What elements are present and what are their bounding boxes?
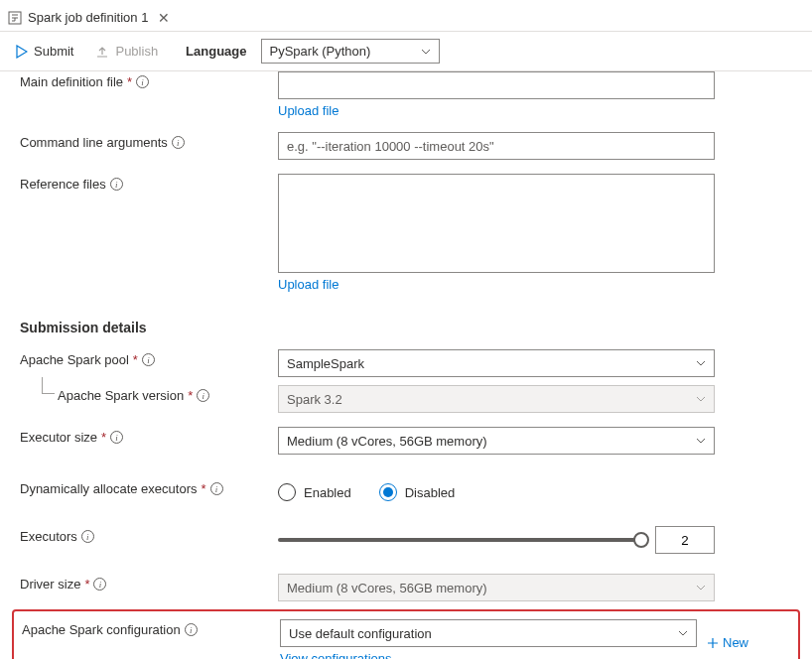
chevron-down-icon: [696, 438, 706, 444]
required-asterisk: *: [127, 74, 132, 89]
info-icon[interactable]: i: [81, 530, 94, 543]
slider-thumb-icon[interactable]: [633, 532, 649, 548]
info-icon[interactable]: i: [172, 136, 185, 149]
upload-main-def-link[interactable]: Upload file: [278, 103, 715, 118]
chevron-down-icon: [696, 585, 706, 591]
driver-size-select: Medium (8 vCores, 56GB memory): [278, 574, 715, 601]
info-icon[interactable]: i: [93, 578, 106, 591]
upload-icon: [95, 45, 109, 59]
form-content: Main definition file * i Upload file Com…: [0, 71, 812, 659]
ref-files-textarea[interactable]: [278, 174, 715, 273]
new-config-button[interactable]: New: [707, 635, 748, 650]
exec-size-label: Executor size: [20, 430, 97, 445]
info-icon[interactable]: i: [136, 75, 149, 88]
info-icon[interactable]: i: [210, 482, 223, 495]
radio-circle-icon: [379, 483, 397, 501]
spark-version-value: Spark 3.2: [287, 392, 342, 407]
chevron-down-icon: [678, 630, 688, 636]
executors-label: Executors: [20, 529, 77, 544]
exec-size-select[interactable]: Medium (8 vCores, 56GB memory): [278, 427, 715, 455]
executors-slider[interactable]: [278, 538, 641, 542]
spark-pool-value: SampleSpark: [287, 356, 364, 371]
submit-button[interactable]: Submit: [12, 42, 77, 61]
required-asterisk: *: [101, 430, 106, 445]
required-asterisk: *: [84, 577, 89, 592]
spark-config-highlight: Apache Spark configuration i Use default…: [12, 609, 800, 659]
info-icon[interactable]: i: [197, 389, 209, 402]
language-label: Language: [186, 44, 246, 59]
tab-bar: Spark job definition 1 ✕: [0, 0, 812, 32]
toolbar: Submit Publish Language PySpark (Python): [0, 32, 812, 71]
driver-size-label: Driver size: [20, 577, 80, 592]
exec-size-value: Medium (8 vCores, 56GB memory): [287, 434, 487, 449]
info-icon[interactable]: i: [110, 431, 123, 444]
chevron-down-icon: [696, 396, 706, 402]
spark-pool-select[interactable]: SampleSpark: [278, 349, 715, 377]
submit-label: Submit: [34, 44, 73, 59]
play-icon: [16, 45, 28, 59]
cmd-args-label: Command line arguments: [20, 135, 168, 150]
radio-circle-icon: [278, 483, 296, 501]
dyn-alloc-label: Dynamically allocate executors: [20, 481, 197, 496]
required-asterisk: *: [188, 388, 193, 403]
radio-disabled[interactable]: Disabled: [379, 483, 456, 501]
spark-version-select: Spark 3.2: [278, 385, 715, 413]
plus-icon: [707, 637, 719, 649]
tab-title[interactable]: Spark job definition 1: [28, 10, 154, 25]
info-icon[interactable]: i: [185, 623, 198, 636]
submission-details-heading: Submission details: [20, 320, 792, 335]
chevron-down-icon: [421, 49, 431, 55]
executors-value-input[interactable]: [655, 526, 715, 554]
radio-enabled[interactable]: Enabled: [278, 483, 351, 501]
cmd-args-input[interactable]: [278, 132, 715, 160]
spark-version-label: Apache Spark version: [58, 388, 184, 403]
view-configs-link[interactable]: View configurations: [280, 651, 697, 659]
driver-size-value: Medium (8 vCores, 56GB memory): [287, 581, 487, 595]
chevron-down-icon: [696, 360, 706, 366]
required-asterisk: *: [133, 352, 138, 367]
ref-files-label: Reference files: [20, 177, 106, 192]
spark-pool-label: Apache Spark pool: [20, 352, 129, 367]
tab-close-icon[interactable]: ✕: [154, 10, 174, 26]
required-asterisk: *: [201, 481, 205, 496]
radio-enabled-label: Enabled: [304, 485, 351, 500]
spark-job-icon: [8, 11, 22, 25]
main-def-label: Main definition file: [20, 74, 123, 89]
spark-config-select[interactable]: Use default configuration: [280, 619, 697, 647]
new-label: New: [723, 635, 748, 650]
publish-label: Publish: [115, 44, 158, 59]
spark-config-label: Apache Spark configuration: [22, 622, 181, 637]
language-select[interactable]: PySpark (Python): [261, 39, 440, 64]
radio-disabled-label: Disabled: [405, 485, 456, 500]
info-icon[interactable]: i: [110, 178, 123, 191]
publish-button[interactable]: Publish: [91, 42, 162, 61]
main-def-input[interactable]: [278, 71, 715, 99]
spark-config-value: Use default configuration: [289, 626, 432, 641]
language-value: PySpark (Python): [270, 44, 371, 59]
info-icon[interactable]: i: [142, 353, 155, 366]
upload-ref-files-link[interactable]: Upload file: [278, 277, 715, 292]
